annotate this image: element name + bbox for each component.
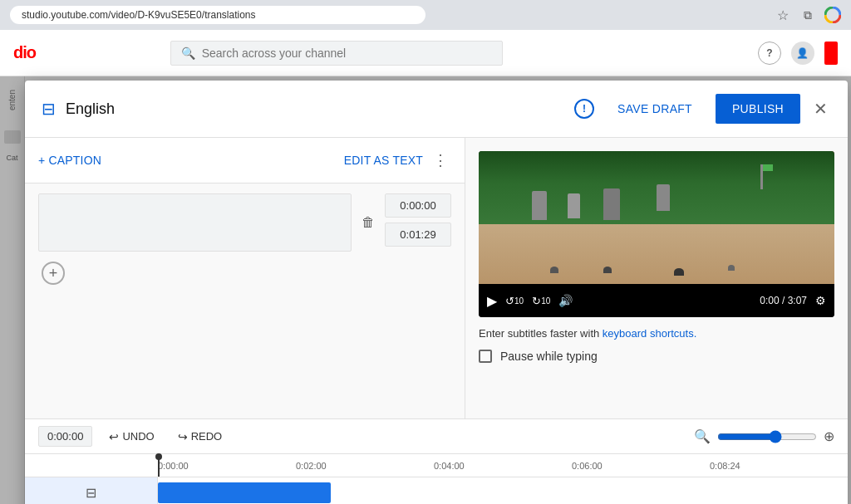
ruler-mark-0: 0:00:00 bbox=[158, 461, 296, 471]
add-caption-button[interactable]: + CAPTION bbox=[38, 150, 108, 170]
caption-entry: 🗑 bbox=[38, 193, 451, 252]
caption-track-icon: ⊟ bbox=[86, 485, 96, 501]
right-panel: ▶ ↺10 ↻10 🔊 0:00 / 3:07 ⚙ bbox=[465, 138, 848, 418]
browser-icons: ☆ ⧉ bbox=[775, 7, 841, 23]
time-display: 0:00 / 3:07 bbox=[760, 295, 807, 306]
translations-dialog: ⊟ English ! SAVE DRAFT PUBLISH ✕ bbox=[25, 81, 848, 504]
time-end-input[interactable] bbox=[385, 223, 451, 247]
video-thumbnail bbox=[479, 151, 834, 284]
cat-2 bbox=[603, 267, 612, 273]
pause-typing-checkbox[interactable] bbox=[479, 350, 492, 363]
video-controls: ▶ ↺10 ↻10 🔊 0:00 / 3:07 ⚙ bbox=[479, 284, 834, 317]
zoom-in-icon[interactable]: ⊕ bbox=[824, 428, 834, 444]
dialog-header-actions: ! SAVE DRAFT PUBLISH ✕ bbox=[574, 94, 831, 124]
structure-3 bbox=[603, 188, 620, 220]
save-draft-button[interactable]: SAVE DRAFT bbox=[604, 95, 706, 122]
search-bar[interactable]: 🔍 bbox=[170, 41, 503, 66]
caption-list: 🗑 + bbox=[25, 183, 465, 418]
caption-block bbox=[158, 482, 331, 504]
caption-track-row: ⊟ bbox=[25, 477, 848, 504]
timeline-tracks: 0:00:00 0:02:00 0:04:00 0:06:00 0:08:24 … bbox=[25, 454, 848, 504]
close-button[interactable]: ✕ bbox=[810, 95, 831, 122]
caption-toolbar: + CAPTION EDIT AS TEXT ⋮ bbox=[25, 138, 465, 183]
redo-button[interactable]: ↪ REDO bbox=[171, 427, 229, 447]
zoom-slider[interactable] bbox=[717, 430, 817, 443]
undo-icon: ↩ bbox=[109, 430, 119, 443]
caption-text-input[interactable] bbox=[38, 193, 352, 252]
caption-times bbox=[385, 193, 451, 247]
browser-url: studio.youtube.com/video/D-K9vuSE5E0/tra… bbox=[10, 6, 426, 24]
dialog-header: ⊟ English ! SAVE DRAFT PUBLISH ✕ bbox=[25, 81, 848, 138]
delete-caption-button[interactable]: 🗑 bbox=[358, 212, 378, 233]
dialog-body: + CAPTION EDIT AS TEXT ⋮ 🗑 bbox=[25, 138, 848, 418]
play-button[interactable]: ▶ bbox=[487, 293, 497, 309]
publish-button[interactable]: PUBLISH bbox=[716, 94, 800, 124]
caption-track-content[interactable] bbox=[158, 477, 848, 504]
yt-nav: dio 🔍 ? 👤 bbox=[0, 30, 851, 76]
timeline-toolbar: 0:00:00 ↩ UNDO ↪ REDO 🔍 ⊕ bbox=[25, 419, 848, 454]
redo-icon: ↪ bbox=[178, 430, 188, 443]
info-button[interactable]: ! bbox=[574, 99, 594, 119]
account-avatar[interactable]: 👤 bbox=[791, 42, 814, 65]
cat-3 bbox=[674, 268, 684, 276]
ruler-mark-4: 0:08:24 bbox=[710, 461, 848, 471]
video-player: ▶ ↺10 ↻10 🔊 0:00 / 3:07 ⚙ bbox=[479, 151, 834, 317]
pause-typing-row: Pause while typing bbox=[479, 350, 834, 363]
rewind-button[interactable]: ↺10 bbox=[505, 295, 524, 307]
cat-4 bbox=[728, 265, 735, 271]
structure-4 bbox=[657, 184, 670, 211]
undo-button[interactable]: ↩ UNDO bbox=[102, 427, 160, 447]
zoom-out-icon[interactable]: 🔍 bbox=[694, 428, 711, 444]
playhead-dot bbox=[155, 453, 162, 460]
settings-button[interactable]: ⚙ bbox=[815, 294, 826, 307]
structure-1 bbox=[532, 191, 547, 220]
keyboard-shortcuts-link[interactable]: keyboard shortcuts. bbox=[603, 327, 696, 340]
structure-2 bbox=[568, 193, 580, 218]
help-button[interactable]: ? bbox=[758, 42, 781, 65]
modal-overlay: ⊟ English ! SAVE DRAFT PUBLISH ✕ bbox=[0, 76, 851, 504]
zoom-controls: 🔍 ⊕ bbox=[694, 428, 834, 444]
dialog-header-icon: ⊟ bbox=[42, 99, 56, 119]
left-panel: + CAPTION EDIT AS TEXT ⋮ 🗑 bbox=[25, 138, 465, 418]
time-start-input[interactable] bbox=[385, 193, 451, 218]
add-entry-button[interactable]: + bbox=[42, 262, 65, 285]
timeline-time-badge: 0:00:00 bbox=[38, 426, 92, 447]
color-icon[interactable] bbox=[824, 7, 841, 23]
dialog-title: English bbox=[66, 100, 564, 118]
tab-icon[interactable]: ⧉ bbox=[799, 7, 816, 23]
caption-track-label: ⊟ bbox=[25, 477, 158, 504]
forward-button[interactable]: ↻10 bbox=[532, 295, 550, 307]
star-icon[interactable]: ☆ bbox=[775, 7, 791, 23]
browser-bar: studio.youtube.com/video/D-K9vuSE5E0/tra… bbox=[0, 0, 851, 30]
edit-as-text-button[interactable]: EDIT AS TEXT bbox=[337, 150, 430, 170]
ruler-mark-1: 0:02:00 bbox=[296, 461, 434, 471]
subtitle-hint: Enter subtitles faster with keyboard sho… bbox=[479, 327, 834, 340]
search-icon: 🔍 bbox=[181, 46, 195, 60]
cat-1 bbox=[550, 267, 558, 273]
yt-brand-bar bbox=[824, 42, 838, 65]
ruler-mark-2: 0:04:00 bbox=[434, 461, 572, 471]
yt-logo: dio bbox=[13, 43, 36, 62]
flag bbox=[763, 164, 773, 171]
flag-pole bbox=[760, 164, 763, 189]
timeline-ruler: 0:00:00 0:02:00 0:04:00 0:06:00 0:08:24 bbox=[25, 454, 848, 477]
pause-typing-label: Pause while typing bbox=[500, 350, 598, 363]
ruler-mark-3: 0:06:00 bbox=[572, 461, 710, 471]
url-text: studio.youtube.com/video/D-K9vuSE5E0/tra… bbox=[22, 9, 256, 21]
more-options-button[interactable]: ⋮ bbox=[430, 148, 451, 173]
ruler-marks: 0:00:00 0:02:00 0:04:00 0:06:00 0:08:24 bbox=[158, 461, 848, 471]
timeline-section: 0:00:00 ↩ UNDO ↪ REDO 🔍 ⊕ bbox=[25, 418, 848, 504]
nav-right: ? 👤 bbox=[758, 42, 838, 65]
yt-main: ⊟ English ! SAVE DRAFT PUBLISH ✕ bbox=[0, 76, 851, 504]
playhead[interactable] bbox=[158, 454, 160, 477]
search-input[interactable] bbox=[202, 46, 368, 60]
yt-studio-bg: dio 🔍 ? 👤 enten Cat ⊟ English ! bbox=[0, 30, 851, 504]
scene-ground bbox=[479, 224, 834, 284]
volume-button[interactable]: 🔊 bbox=[558, 294, 573, 307]
